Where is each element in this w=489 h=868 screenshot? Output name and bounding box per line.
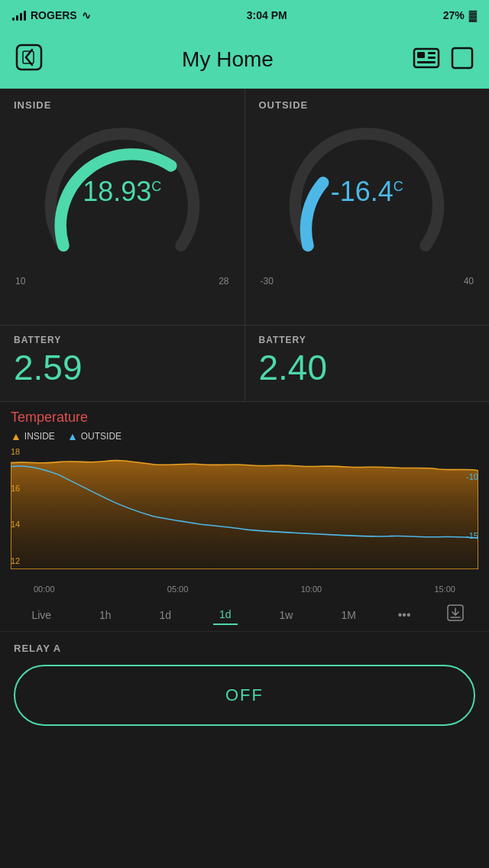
x-label-3: 15:00 [434, 585, 455, 594]
status-time: 3:04 PM [247, 9, 287, 21]
battery-percent: 27% [443, 9, 465, 21]
chart-legend: ▲ INSIDE ▲ OUTSIDE [11, 430, 478, 442]
more-options-button[interactable]: ••• [398, 608, 411, 622]
time-controls: Live 1h 1d 1d 1w 1M ••• [0, 597, 489, 632]
inside-battery-panel: BATTERY 2.59 [0, 326, 245, 401]
svg-rect-7 [452, 48, 472, 68]
legend-outside: ▲ OUTSIDE [67, 430, 121, 442]
temperature-chart[interactable] [11, 447, 478, 569]
inside-temp-display: 18.93C [83, 176, 161, 208]
time-btn-1d-active[interactable]: 1d [213, 605, 238, 625]
svg-rect-0 [17, 45, 41, 70]
chart-y-labels-outside: -10 -15 [466, 447, 478, 565]
relay-section: RELAY A OFF [0, 632, 489, 737]
x-label-0: 00:00 [34, 585, 55, 594]
inside-legend-label: INSIDE [24, 431, 55, 442]
outside-label: OUTSIDE [259, 99, 309, 111]
outside-range-max: 40 [464, 276, 474, 287]
inside-battery-label: BATTERY [14, 335, 231, 345]
battery-icon: ▓ [469, 9, 477, 21]
page-title: My Home [182, 47, 274, 72]
inside-gauge-panel: INSIDE 18.93C 10 28 [0, 89, 245, 325]
outside-temp-display: -16.4C [331, 176, 403, 208]
svg-rect-5 [428, 57, 436, 59]
export-button[interactable] [447, 604, 464, 625]
status-bar: ROGERS ∿ 3:04 PM 27% ▓ [0, 0, 489, 31]
relay-off-button[interactable]: OFF [14, 665, 475, 726]
outside-legend-icon: ▲ [67, 430, 78, 442]
time-btn-1m[interactable]: 1M [335, 606, 361, 624]
inside-battery-value: 2.59 [14, 350, 231, 385]
time-btn-1d-first[interactable]: 1d [154, 606, 178, 624]
outside-temperature: -16.4C [331, 176, 403, 207]
inside-label: INSIDE [14, 99, 51, 111]
dashboard-icon[interactable] [413, 44, 440, 75]
inside-range-min: 10 [15, 276, 25, 287]
wifi-icon: ∿ [82, 9, 91, 21]
outside-battery-value: 2.40 [259, 350, 476, 385]
chart-y-labels-inside: 18 16 14 12 [11, 447, 20, 565]
inside-gauge-container: 18.93C [38, 115, 206, 283]
status-left: ROGERS ∿ [12, 9, 91, 21]
time-btn-live[interactable]: Live [25, 606, 57, 624]
outside-legend-label: OUTSIDE [81, 431, 121, 442]
legend-inside: ▲ INSIDE [11, 430, 55, 442]
header-actions [413, 44, 474, 75]
chart-x-labels: 00:00 05:00 10:00 15:00 [11, 583, 478, 594]
battery-section: BATTERY 2.59 BATTERY 2.40 [0, 326, 489, 402]
carrier-name: ROGERS [31, 9, 77, 21]
inside-legend-icon: ▲ [11, 430, 21, 442]
back-button[interactable] [15, 44, 43, 76]
time-btn-1h[interactable]: 1h [93, 606, 118, 624]
chart-wrapper: 18 16 14 12 -10 -15 [11, 447, 478, 585]
chart-section: Temperature ▲ INSIDE ▲ OUTSIDE 18 16 14 … [0, 402, 489, 597]
chart-title: Temperature [11, 410, 478, 426]
svg-rect-6 [417, 61, 436, 63]
outside-battery-panel: BATTERY 2.40 [245, 326, 490, 401]
relay-label: RELAY A [14, 643, 475, 654]
add-widget-icon[interactable] [451, 47, 474, 73]
x-label-2: 10:00 [301, 585, 322, 594]
inside-temperature: 18.93C [83, 176, 161, 207]
time-btn-1w[interactable]: 1w [274, 606, 300, 624]
gauge-section: INSIDE 18.93C 10 28 OUTSIDE [0, 89, 489, 326]
inside-range-max: 28 [219, 276, 228, 287]
x-label-1: 05:00 [167, 585, 189, 594]
svg-rect-4 [428, 52, 436, 54]
outside-gauge-panel: OUTSIDE -16.4C -30 40 [245, 89, 490, 325]
outside-range-min: -30 [261, 276, 274, 287]
app-header: My Home [0, 31, 489, 89]
outside-gauge-container: -16.4C [283, 115, 451, 283]
status-right: 27% ▓ [443, 9, 477, 21]
svg-rect-3 [417, 52, 425, 58]
signal-icon [12, 10, 26, 21]
outside-battery-label: BATTERY [259, 335, 476, 345]
